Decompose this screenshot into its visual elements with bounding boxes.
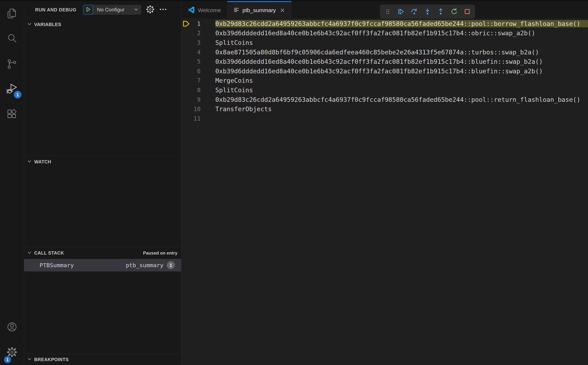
activity-source-control[interactable] [0, 51, 24, 77]
stop-icon[interactable] [464, 8, 471, 15]
code-line[interactable]: 7 MergeCoins [182, 76, 588, 85]
section-variables[interactable]: VARIABLES [24, 18, 181, 30]
activity-explorer[interactable] [0, 1, 24, 26]
call-stack-header-label: CALL STACK [34, 250, 64, 256]
code-line[interactable]: 8 SplitCoins [182, 85, 588, 95]
code-line[interactable]: 6 0xb39d6dddedd16ed8a40ce0b1e6b43c92acf0… [182, 66, 588, 76]
tab-label: Welcome [198, 7, 221, 14]
launch-control: No Configur [83, 5, 141, 15]
files-icon [7, 8, 17, 19]
section-watch[interactable]: WATCH [24, 156, 181, 168]
line-text[interactable]: 0xb29d83c26cdd2a64959263abbcfc4a6937f0c9… [215, 20, 588, 27]
section-breakpoints[interactable]: BREAKPOINTS [24, 354, 181, 365]
line-text[interactable]: TransferObjects [215, 105, 588, 113]
line-number[interactable]: 2 [192, 30, 201, 37]
play-icon [85, 7, 91, 13]
section-call-stack[interactable]: CALL STACK Paused on entry [24, 247, 181, 259]
tab-welcome[interactable]: Welcome [182, 1, 227, 18]
activity-bar: 1 [0, 1, 24, 365]
line-number[interactable]: 9 [192, 96, 201, 103]
code-editor[interactable]: 1 0xb29d83c26cdd2a64959263abbcfc4a6937f0… [182, 18, 588, 123]
line-number[interactable]: 10 [192, 105, 201, 112]
line-number[interactable]: 6 [192, 68, 201, 75]
chevron-down-icon [134, 7, 138, 12]
restart-icon[interactable] [450, 8, 457, 15]
gear-icon [146, 5, 155, 14]
list-file-icon [234, 7, 239, 14]
code-line[interactable]: 11 [182, 114, 588, 123]
debug-configuration-value: No Configur [97, 7, 134, 13]
step-into-icon[interactable] [424, 8, 431, 15]
chevron-down-icon [27, 159, 32, 164]
tab-ptb-summary[interactable]: ptb_summary [227, 1, 291, 18]
activity-accounts[interactable] [0, 315, 24, 340]
vscode-window: 1 [0, 0, 588, 365]
line-text[interactable]: 0xb39d6dddedd16ed8a40ce0b1e6b43c92acf0ff… [215, 67, 588, 75]
views-more-actions-button[interactable] [159, 8, 167, 12]
line-number[interactable]: 11 [192, 115, 201, 122]
settings-badge: 1 [4, 356, 11, 363]
editor-area: Welcome ptb_summary [182, 1, 588, 365]
line-number[interactable]: 4 [192, 49, 201, 56]
line-number[interactable]: 1 [192, 20, 201, 27]
variables-header-label: VARIABLES [34, 22, 61, 27]
chevron-down-icon [27, 357, 32, 362]
code-line[interactable]: 10 TransferObjects [182, 104, 588, 114]
debug-toolbar [380, 5, 475, 18]
ellipsis-icon [159, 8, 167, 12]
line-number[interactable]: 5 [192, 58, 201, 65]
code-line[interactable]: 3 SplitCoins [182, 38, 588, 47]
toolbar-drag-grip[interactable] [384, 8, 391, 15]
extensions-icon [7, 109, 17, 120]
watch-body [24, 168, 181, 247]
sidebar-title: RUN AND DEBUG [35, 7, 77, 13]
code-line[interactable]: 2 0xb39d6dddedd16ed8a40ce0b1e6b43c92acf0… [182, 28, 588, 38]
line-text[interactable]: SplitCoins [215, 39, 588, 46]
current-instruction-pointer-icon [182, 21, 192, 27]
line-text[interactable]: SplitCoins [215, 86, 588, 94]
chevron-down-icon [27, 22, 32, 27]
line-text[interactable]: 0xb39d6dddedd16ed8a40ce0b1e6b43c92acf0ff… [215, 58, 588, 65]
watch-header-label: WATCH [34, 159, 51, 164]
open-launch-settings-button[interactable] [146, 5, 155, 14]
line-number[interactable]: 7 [192, 77, 201, 84]
activity-settings[interactable]: 1 [0, 340, 24, 365]
call-stack-body [24, 271, 181, 354]
code-line[interactable]: 9 0xb29d83c26cdd2a64959263abbcfc4a6937f0… [182, 95, 588, 104]
close-icon[interactable] [280, 8, 285, 13]
activity-search[interactable] [0, 26, 24, 51]
breakpoints-header-label: BREAKPOINTS [34, 357, 69, 362]
activity-extensions[interactable] [0, 102, 24, 127]
line-text[interactable]: 0xb29d83c26cdd2a64959263abbcfc4a6937f0c9… [215, 96, 588, 103]
line-number[interactable]: 3 [192, 39, 201, 46]
call-stack-frame-row[interactable]: PTBSummary ptb_summary 1 [24, 259, 181, 271]
debug-session-badge: 1 [14, 91, 21, 98]
frame-file: ptb_summary [126, 262, 163, 268]
line-text[interactable]: 0xb39d6dddedd16ed8a40ce0b1e6b43c92acf0ff… [215, 29, 588, 37]
chevron-down-icon [27, 251, 32, 256]
call-stack-status: Paused on entry [143, 251, 177, 256]
tab-label: ptb_summary [242, 7, 276, 14]
run-and-debug-sidebar: RUN AND DEBUG No Configur [24, 1, 181, 365]
variables-body [24, 30, 181, 155]
step-over-icon[interactable] [411, 8, 418, 15]
line-text[interactable]: 0x8ae871505a80d8bf6bf9c05906cda6edfeea46… [215, 49, 588, 56]
code-line[interactable]: 5 0xb39d6dddedd16ed8a40ce0b1e6b43c92acf0… [182, 57, 588, 66]
source-control-icon [7, 59, 17, 70]
frame-name: PTBSummary [40, 262, 74, 268]
vscode-logo-icon [188, 6, 195, 14]
line-text[interactable]: MergeCoins [215, 77, 588, 84]
window-top-edge [0, 0, 588, 1]
search-icon [7, 34, 17, 44]
account-icon [7, 322, 17, 333]
line-number[interactable]: 8 [192, 87, 201, 94]
continue-icon[interactable] [397, 8, 404, 15]
step-out-icon[interactable] [437, 8, 444, 15]
start-debugging-button[interactable] [83, 5, 93, 15]
debug-configuration-dropdown[interactable]: No Configur [93, 5, 141, 15]
frame-count-badge: 1 [167, 261, 175, 269]
code-line[interactable]: 1 0xb29d83c26cdd2a64959263abbcfc4a6937f0… [182, 19, 588, 28]
activity-run-and-debug[interactable]: 1 [0, 77, 24, 102]
code-line[interactable]: 4 0x8ae871505a80d8bf6bf9c05906cda6edfeea… [182, 47, 588, 57]
sidebar-header: RUN AND DEBUG No Configur [24, 1, 181, 18]
